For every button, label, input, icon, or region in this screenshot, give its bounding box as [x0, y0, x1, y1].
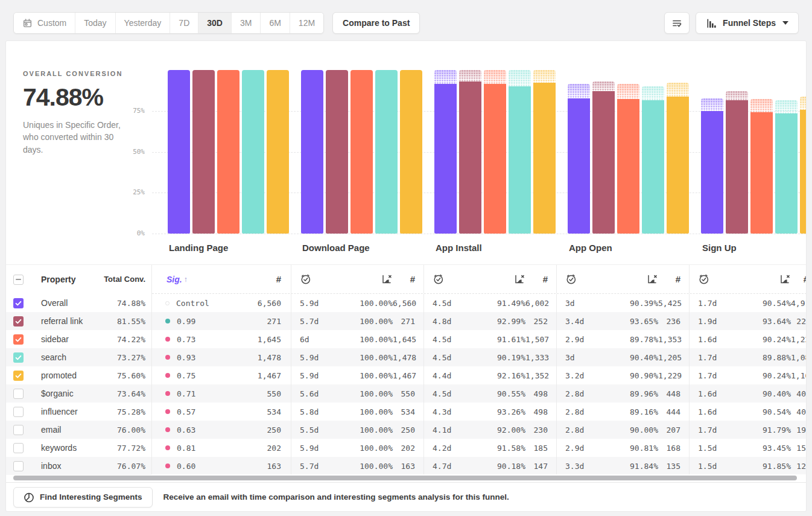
funnel-report-card: OVERALL CONVERSION 74.88% Uniques in Spe… [6, 41, 806, 511]
find-segments-button[interactable]: Find Interesting Segments [13, 487, 153, 508]
funnel-step-label: Download Page [302, 243, 370, 253]
funnel-bar[interactable] [701, 111, 723, 234]
date-range-button[interactable]: 30D [198, 13, 231, 33]
funnel-bar[interactable] [484, 84, 506, 234]
property-checkbox[interactable] [13, 407, 24, 417]
property-row[interactable]: inbox76.07% [6, 457, 151, 475]
step-cell-group: 1.6d90.24%1,22 [689, 330, 806, 348]
property-checkbox[interactable] [13, 371, 24, 381]
funnel-bar[interactable] [642, 100, 664, 234]
date-range-button[interactable]: 3M [231, 13, 260, 33]
property-row[interactable]: sidebar74.22% [6, 330, 151, 348]
annotations-button[interactable] [664, 12, 690, 34]
funnel-bar[interactable] [301, 70, 323, 234]
funnel-bar[interactable] [168, 70, 190, 234]
date-range-button[interactable]: 6M [260, 13, 289, 33]
date-range-label: 6M [269, 18, 281, 28]
property-checkbox[interactable] [13, 425, 24, 435]
funnel-bar[interactable] [533, 83, 556, 234]
property-checkbox[interactable] [13, 352, 24, 363]
funnel-bar[interactable] [592, 91, 615, 234]
step-count: 1,229 [658, 371, 690, 380]
property-row[interactable]: promoted75.60% [6, 366, 151, 384]
table-row[interactable]: 0.575345.8d100.00%5344.3d93.26%4982.8d89… [152, 403, 806, 421]
step-conversion: 89.78% [630, 335, 658, 344]
property-checkbox[interactable] [13, 389, 24, 399]
step-count: 252 [534, 317, 556, 326]
toolbar: CustomTodayYesterday7D30D3M6M12M Compare… [13, 12, 799, 34]
y-axis-label: 75% [113, 107, 145, 115]
scrollbar-thumb[interactable] [13, 476, 797, 480]
funnel-bar[interactable] [434, 84, 457, 234]
property-checkbox[interactable] [13, 298, 24, 308]
funnel-bar[interactable] [267, 70, 289, 234]
funnel-bar[interactable] [242, 70, 264, 234]
funnel-bar[interactable] [800, 110, 806, 234]
property-row[interactable]: email76.00% [6, 421, 151, 439]
step-conversion: 90.24% [763, 335, 791, 344]
funnel-bar[interactable] [726, 100, 748, 234]
funnel-bar[interactable] [617, 99, 639, 234]
funnel-bar[interactable] [775, 113, 798, 234]
table-row[interactable]: 0.931,4785.9d100.00%1,4784.5d90.19%1,333… [152, 348, 806, 366]
sig-dot [165, 445, 170, 450]
step-cell-group: 6d100.00%1,645 [291, 330, 423, 348]
date-range-button[interactable]: 7D [170, 13, 198, 33]
table-row[interactable]: 0.632505.5d100.00%2504.1d92.00%2302.8d90… [152, 421, 806, 439]
funnel-bar[interactable] [750, 112, 773, 234]
funnel-bar[interactable] [192, 70, 215, 234]
table-row[interactable]: 0.812025.9d100.00%2024.2d91.58%1852.9d90… [152, 439, 806, 457]
select-all-checkbox[interactable] [13, 275, 24, 285]
funnel-steps-dropdown[interactable]: Funnel Steps [696, 12, 799, 34]
step-conversion: 90.81% [630, 444, 658, 453]
funnel-bar[interactable] [509, 86, 531, 234]
sig-dot [165, 319, 170, 323]
property-checkbox[interactable] [13, 443, 24, 453]
property-total-conversion: 73.64% [94, 389, 151, 398]
property-row[interactable]: Overall74.88% [6, 294, 151, 312]
funnel-bar[interactable] [568, 98, 590, 234]
property-checkbox[interactable] [13, 316, 24, 326]
property-checkbox[interactable] [13, 461, 24, 471]
funnel-bar[interactable] [350, 70, 373, 234]
property-checkbox[interactable] [13, 334, 24, 345]
funnel-bar[interactable] [375, 70, 398, 234]
step-time: 1.5d [698, 462, 735, 471]
table-row[interactable]: Control6,5605.9d100.00%6,5604.5d91.49%6,… [152, 294, 806, 312]
sig-dot [165, 301, 170, 305]
funnel-bar[interactable] [667, 97, 689, 234]
step-conversion: 100.00% [360, 335, 393, 344]
sig-value: 0.63 [177, 425, 195, 435]
date-range-button[interactable]: Today [75, 13, 115, 33]
step-count: 19 [796, 425, 806, 435]
step-cell-group: 1.7d91.79%19 [689, 421, 806, 439]
property-row[interactable]: influencer75.28% [6, 403, 151, 421]
step-cell-group: 5.5d100.00%250 [291, 421, 423, 439]
date-range-button[interactable]: Yesterday [115, 13, 170, 33]
horizontal-scrollbar[interactable] [6, 474, 806, 482]
property-row[interactable]: $organic73.64% [6, 384, 151, 403]
step-conversion: 92.99% [497, 317, 525, 326]
table-row[interactable]: 0.751,4675.9d100.00%1,4674.4d92.16%1,352… [152, 366, 806, 384]
sig-column-header[interactable]: Sig. [167, 275, 182, 284]
step-time: 1.9d [698, 317, 735, 326]
property-row[interactable]: search73.27% [6, 348, 151, 366]
table-row[interactable]: 0.731,6456d100.00%1,6454.5d91.61%1,5072.… [152, 330, 806, 348]
date-range-button[interactable]: Custom [14, 13, 75, 33]
funnel-bar[interactable] [459, 81, 481, 234]
table-row[interactable]: 0.992715.7d100.00%2714.8d92.99%2523.4d93… [152, 312, 806, 330]
funnel-bar[interactable] [217, 70, 239, 234]
date-range-button[interactable]: 12M [290, 13, 323, 33]
funnel-bar[interactable] [400, 70, 422, 234]
table-row[interactable]: 0.715505.6d100.00%5504.5d90.55%4982.8d89… [152, 384, 806, 403]
step-count: 236 [667, 317, 689, 326]
step-time: 1.5d [698, 444, 735, 453]
step-time: 5.9d [300, 371, 337, 380]
property-row[interactable]: referral link81.55% [6, 312, 151, 330]
funnel-bar[interactable] [326, 70, 348, 234]
compare-to-past-button[interactable]: Compare to Past [332, 12, 420, 34]
step-count: 1,10 [791, 371, 806, 380]
property-row[interactable]: keywords77.72% [6, 439, 151, 457]
table-row[interactable]: 0.601635.7d100.00%1634.7d90.18%1473.3d91… [152, 457, 806, 474]
step-conversion: 89.96% [630, 389, 658, 398]
